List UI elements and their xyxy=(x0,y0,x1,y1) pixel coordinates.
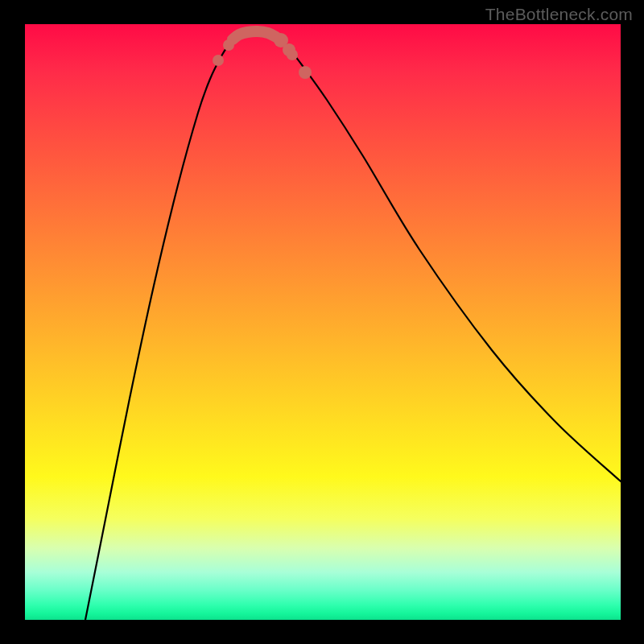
chart-plot-area xyxy=(25,24,621,620)
valley-highlight-segment xyxy=(233,31,276,39)
marker-dot xyxy=(287,49,298,60)
marker-dot xyxy=(223,39,234,51)
chart-svg xyxy=(25,24,621,620)
marker-dot xyxy=(213,55,224,66)
marker-dot xyxy=(299,66,312,79)
marker-group xyxy=(213,33,312,79)
curve-right-branch xyxy=(278,35,621,481)
curve-left-branch xyxy=(85,31,279,620)
watermark-text: TheBottleneck.com xyxy=(485,5,633,24)
